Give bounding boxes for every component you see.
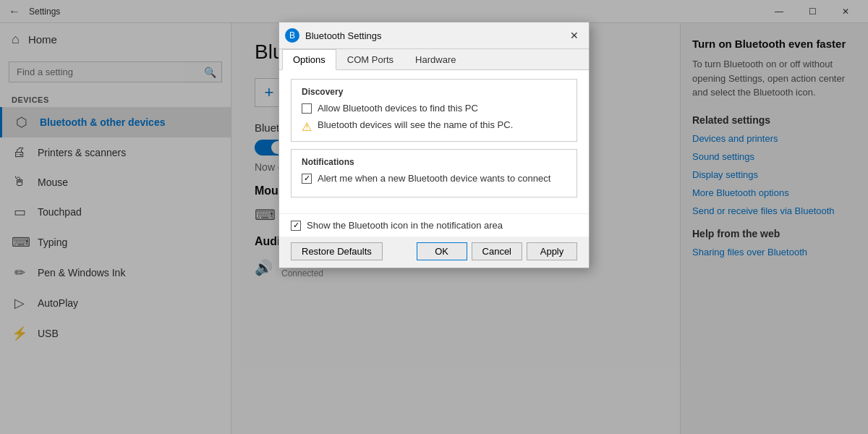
modal-title-text: Bluetooth Settings bbox=[305, 30, 566, 41]
tab-com-ports[interactable]: COM Ports bbox=[336, 49, 404, 70]
bluetooth-settings-modal: B Bluetooth Settings ✕ Options COM Ports… bbox=[278, 22, 590, 268]
discovery-title: Discovery bbox=[302, 87, 566, 97]
cancel-button[interactable]: Cancel bbox=[472, 242, 522, 260]
bluetooth-icon-symbol: B bbox=[289, 30, 295, 41]
modal-footer: Restore Defaults OK Cancel Apply bbox=[279, 237, 589, 268]
modal-tabs: Options COM Ports Hardware bbox=[279, 49, 589, 70]
alert-connect-checkbox[interactable] bbox=[302, 174, 312, 184]
allow-discovery-label: Allow Bluetooth devices to find this PC bbox=[318, 103, 478, 114]
modal-overlay: B Bluetooth Settings ✕ Options COM Ports… bbox=[0, 0, 868, 434]
restore-defaults-button[interactable]: Restore Defaults bbox=[291, 242, 383, 260]
warning-icon: ⚠ bbox=[302, 120, 312, 134]
notifications-checkbox-row: Alert me when a new Bluetooth device wan… bbox=[302, 173, 566, 184]
allow-discovery-checkbox[interactable] bbox=[302, 103, 312, 114]
modal-body: Discovery Allow Bluetooth devices to fin… bbox=[279, 70, 589, 213]
warning-row: ⚠ Bluetooth devices will see the name of… bbox=[302, 119, 566, 134]
notifications-title: Notifications bbox=[302, 157, 566, 167]
modal-close-button[interactable]: ✕ bbox=[566, 27, 583, 44]
show-icon-row: Show the Bluetooth icon in the notificat… bbox=[279, 213, 589, 237]
show-icon-label: Show the Bluetooth icon in the notificat… bbox=[307, 220, 503, 231]
tab-hardware[interactable]: Hardware bbox=[404, 49, 467, 70]
show-icon-checkbox[interactable] bbox=[291, 221, 301, 231]
modal-bluetooth-icon: B bbox=[285, 28, 299, 43]
alert-connect-label: Alert me when a new Bluetooth device wan… bbox=[318, 173, 550, 184]
tab-options[interactable]: Options bbox=[282, 49, 336, 70]
notifications-section: Notifications Alert me when a new Blueto… bbox=[291, 149, 577, 197]
modal-title-bar: B Bluetooth Settings ✕ bbox=[279, 22, 589, 49]
discovery-checkbox-row: Allow Bluetooth devices to find this PC bbox=[302, 103, 566, 114]
ok-button[interactable]: OK bbox=[417, 242, 467, 260]
apply-button[interactable]: Apply bbox=[527, 242, 577, 260]
discovery-section: Discovery Allow Bluetooth devices to fin… bbox=[291, 79, 577, 142]
warning-text: Bluetooth devices will see the name of t… bbox=[318, 119, 513, 130]
